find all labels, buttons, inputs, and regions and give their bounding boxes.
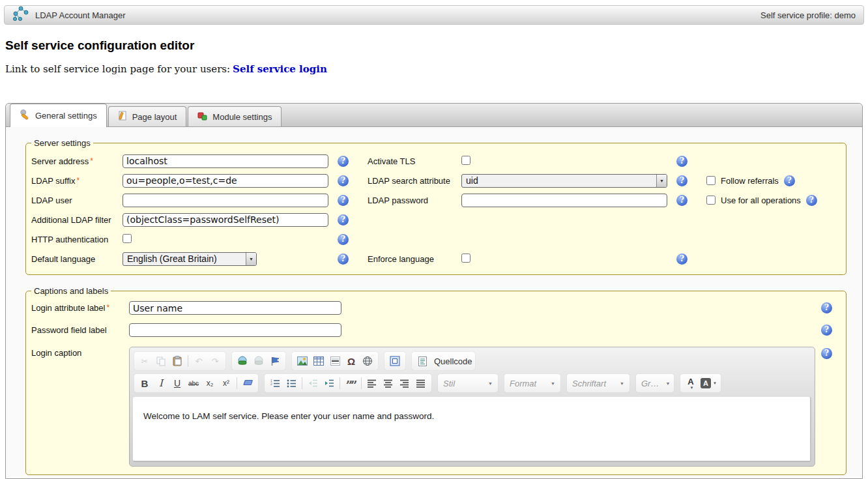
editor-toolbar-row-2: B I U abc x₂ x² 123: [133, 372, 811, 394]
italic-icon[interactable]: I: [153, 375, 169, 391]
paste-icon[interactable]: [169, 353, 185, 369]
strikethrough-icon[interactable]: abc: [186, 375, 201, 391]
enforce-language-checkbox[interactable]: [461, 254, 470, 263]
help-icon[interactable]: ?: [338, 195, 349, 206]
underline-icon[interactable]: U: [169, 375, 185, 391]
http-authentication-checkbox[interactable]: [123, 234, 132, 243]
default-language-select[interactable]: English (Great Britain): [123, 252, 257, 266]
link-icon[interactable]: [235, 353, 250, 369]
page-pencil-icon: [118, 111, 128, 123]
font-dropdown[interactable]: Schriftart: [567, 374, 629, 392]
help-icon[interactable]: ?: [338, 156, 349, 167]
settings-panel: General settings Page layout Module sett…: [5, 103, 863, 479]
help-icon[interactable]: ?: [821, 348, 832, 359]
server-address-label: Server address*: [31, 156, 123, 166]
page-title: Self service configuration editor: [5, 38, 868, 53]
select-arrow-icon[interactable]: [246, 253, 256, 265]
captions-labels-fieldset: Captions and labels Login attribute labe…: [25, 286, 846, 475]
top-bar: LDAP Account Manager Self service profil…: [4, 5, 864, 25]
subscript-icon[interactable]: x₂: [202, 375, 218, 391]
special-char-icon[interactable]: Ω: [343, 353, 359, 369]
background-color-button[interactable]: A: [699, 375, 718, 391]
ldap-password-input[interactable]: [461, 194, 667, 207]
default-language-label: Default language: [31, 254, 123, 264]
password-field-input[interactable]: [129, 323, 341, 337]
login-attribute-label: Login attribute label*: [31, 303, 129, 313]
required-marker: *: [76, 176, 80, 185]
bullet-list-icon[interactable]: [283, 375, 299, 391]
maximize-icon[interactable]: [387, 353, 403, 369]
additional-ldap-filter-label: Additional LDAP filter: [31, 215, 123, 225]
indent-icon[interactable]: [321, 375, 337, 391]
required-marker: *: [90, 156, 93, 166]
outdent-icon[interactable]: [305, 375, 321, 391]
help-icon[interactable]: ?: [676, 254, 687, 265]
format-dropdown[interactable]: Format: [504, 374, 560, 392]
tab-strip: General settings Page layout Module sett…: [6, 104, 862, 127]
help-icon[interactable]: ?: [338, 175, 349, 186]
tab-label: Page layout: [132, 112, 177, 122]
select-arrow-icon[interactable]: [656, 175, 667, 187]
wrench-icon: [20, 109, 31, 122]
ldap-search-attribute-label: LDAP search attribute: [368, 176, 461, 186]
additional-ldap-filter-input[interactable]: [123, 213, 328, 227]
superscript-icon[interactable]: x²: [218, 375, 234, 391]
table-icon[interactable]: [311, 353, 326, 369]
tab-general-settings[interactable]: General settings: [10, 104, 107, 127]
blockquote-icon[interactable]: ””: [343, 375, 358, 391]
use-for-all-operations-checkbox[interactable]: [706, 196, 716, 205]
help-icon[interactable]: ?: [338, 234, 349, 245]
help-icon[interactable]: ?: [338, 214, 349, 225]
redo-icon[interactable]: ↷: [207, 353, 223, 369]
server-address-input[interactable]: [123, 154, 328, 168]
text-color-button[interactable]: A: [683, 375, 699, 391]
remove-format-icon[interactable]: [240, 375, 255, 391]
ldap-suffix-input[interactable]: [123, 174, 328, 188]
follow-referrals-checkbox[interactable]: [706, 176, 716, 185]
undo-icon[interactable]: ↶: [191, 353, 207, 369]
align-center-icon[interactable]: [381, 375, 396, 391]
unlink-icon[interactable]: [251, 353, 267, 369]
source-button[interactable]: Quellcode: [412, 352, 475, 370]
font-size-dropdown[interactable]: Gr…: [636, 374, 674, 392]
http-authentication-label: HTTP authentication: [31, 235, 123, 244]
login-attribute-input[interactable]: [129, 301, 341, 315]
cut-icon[interactable]: ✂: [137, 353, 152, 369]
help-icon[interactable]: ?: [821, 325, 832, 336]
align-justify-icon[interactable]: [413, 375, 429, 391]
help-icon[interactable]: ?: [784, 175, 795, 186]
style-dropdown[interactable]: Stil: [438, 374, 498, 392]
align-right-icon[interactable]: [397, 375, 412, 391]
anchor-flag-icon[interactable]: [267, 353, 283, 369]
tab-module-settings[interactable]: Module settings: [188, 106, 282, 126]
help-icon[interactable]: ?: [676, 175, 687, 186]
login-caption-label: Login caption: [31, 345, 129, 358]
self-service-login-link[interactable]: Self service login: [233, 63, 327, 75]
captions-labels-legend: Captions and labels: [31, 286, 111, 296]
enforce-language-label: Enforce language: [368, 254, 461, 264]
help-icon[interactable]: ?: [821, 302, 832, 313]
ldap-password-label: LDAP password: [368, 196, 461, 205]
copy-icon[interactable]: [153, 353, 169, 369]
login-link-intro: Link to self service login page for your…: [5, 63, 230, 75]
server-settings-fieldset: Server settings Server address* ? Activa…: [25, 138, 846, 275]
help-icon[interactable]: ?: [676, 156, 687, 167]
image-icon[interactable]: [295, 353, 310, 369]
horizontal-rule-icon[interactable]: [327, 353, 343, 369]
align-left-icon[interactable]: [364, 375, 380, 391]
numbered-list-icon[interactable]: 123: [267, 375, 283, 391]
help-icon[interactable]: ?: [806, 195, 817, 206]
ldap-search-attribute-select[interactable]: uid: [461, 174, 667, 188]
password-field-label: Password field label: [31, 325, 129, 335]
modules-icon: [197, 111, 208, 123]
editor-content-area[interactable]: Welcome to LAM self service. Please ente…: [133, 397, 811, 462]
iframe-globe-icon[interactable]: [360, 353, 375, 369]
login-caption-editor: ✂ ↶ ↷: [129, 347, 815, 467]
help-icon[interactable]: ?: [338, 254, 349, 265]
ldap-user-input[interactable]: [123, 194, 328, 207]
ldap-suffix-label: LDAP suffix*: [31, 176, 123, 186]
activate-tls-checkbox[interactable]: [461, 156, 470, 165]
help-icon[interactable]: ?: [676, 195, 687, 206]
tab-page-layout[interactable]: Page layout: [108, 106, 187, 126]
bold-icon[interactable]: B: [137, 375, 152, 391]
